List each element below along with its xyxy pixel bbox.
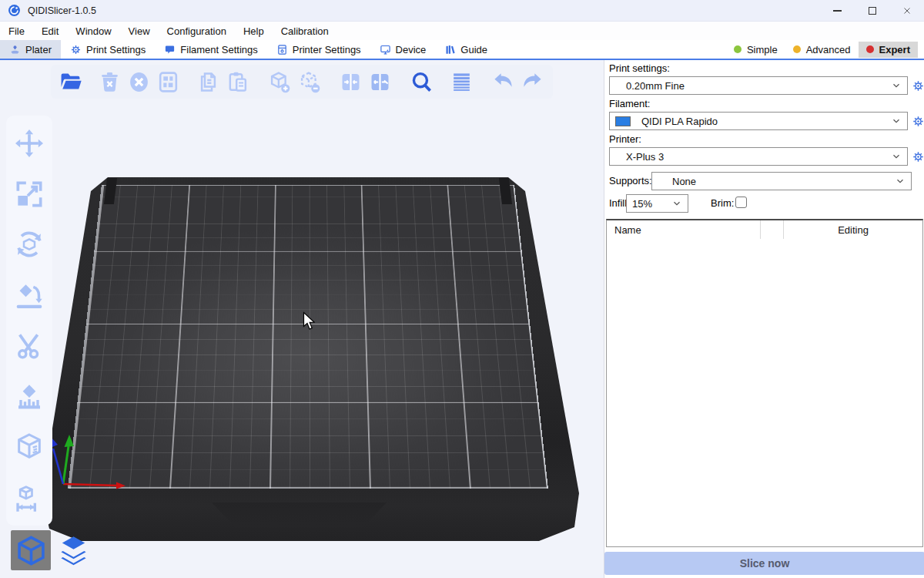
toolbar-search-button[interactable] (407, 66, 436, 97)
tab-device[interactable]: Device (370, 40, 436, 59)
slice-now-button[interactable]: Slice now (604, 552, 924, 575)
chevron-down-icon (891, 151, 902, 162)
tool-move-button[interactable] (10, 122, 49, 165)
mode-advanced[interactable]: Advanced (785, 42, 859, 58)
menu-view[interactable]: View (120, 22, 159, 40)
cut-icon (14, 331, 45, 361)
tab-label: Plater (25, 44, 52, 55)
toolbar-split-parts-button[interactable] (365, 66, 394, 97)
tool-place-on-face-button[interactable] (10, 274, 49, 317)
edit-print-settings-button[interactable] (911, 79, 924, 92)
toolbar-open-button[interactable] (56, 66, 85, 97)
chevron-down-icon (891, 116, 902, 126)
menu-window[interactable]: Window (67, 22, 119, 40)
toolbar-remove-instance-button[interactable] (294, 66, 323, 97)
menu-configuration[interactable]: Configuration (159, 22, 235, 40)
object-tools-toolbar (6, 116, 52, 526)
toolbar-arrange-button[interactable] (153, 66, 182, 97)
view-3d-button[interactable] (11, 530, 51, 570)
tab-filament-settings[interactable]: Filament Settings (155, 40, 266, 59)
window-title: QIDISlicer-1.0.5 (28, 5, 96, 16)
toolbar-add-instance-button[interactable] (265, 66, 294, 97)
rotate-icon (14, 229, 45, 260)
printer-select[interactable]: X-Plus 3 (609, 147, 908, 166)
close-icon (902, 6, 912, 15)
plater-toolbar (51, 65, 553, 99)
toolbar-copy-button[interactable] (194, 66, 223, 97)
chevron-down-icon (895, 176, 906, 187)
toolbar-split-objects-button[interactable] (336, 66, 365, 97)
infill-select[interactable]: 15% (626, 194, 688, 213)
preview-icon (57, 534, 90, 567)
tool-scale-button[interactable] (10, 173, 49, 216)
edit-printer-button[interactable] (911, 150, 924, 163)
chevron-down-icon (671, 198, 682, 209)
plater-icon (9, 44, 21, 55)
copy-icon (196, 70, 220, 94)
tab-print-settings[interactable]: Print Settings (61, 40, 155, 59)
tab-label: Printer Settings (293, 44, 361, 55)
toolbar-redo-button[interactable] (518, 66, 547, 97)
device-icon (380, 44, 391, 55)
place-on-face-icon (14, 280, 45, 311)
mode-label: Expert (879, 44, 910, 55)
3d-viewport[interactable] (0, 60, 604, 578)
edit-filament-button[interactable] (911, 114, 924, 128)
filament-select[interactable]: QIDI PLA Rapido (609, 112, 908, 130)
print-bed (68, 185, 548, 489)
tool-paint-support-button[interactable] (10, 375, 49, 418)
tab-label: Print Settings (86, 44, 146, 55)
mode-expert[interactable]: Expert (859, 42, 918, 58)
tool-seam-button[interactable] (10, 425, 49, 469)
filament-value: QIDI PLA Rapido (641, 116, 718, 127)
delete-all-icon (127, 70, 151, 94)
maximize-icon (869, 7, 876, 15)
mode-dot-icon (793, 45, 801, 53)
undo-icon (491, 70, 515, 94)
object-list-body (607, 239, 922, 546)
menu-file[interactable]: File (0, 22, 33, 40)
mode-dot-icon (734, 45, 742, 53)
menu-edit[interactable]: Edit (33, 22, 67, 40)
toolbar-delete-button[interactable] (95, 66, 124, 97)
title-bar: QIDISlicer-1.0.5 (0, 0, 924, 22)
tab-printer-settings[interactable]: Printer Settings (267, 40, 370, 59)
toolbar-paste-button[interactable] (223, 66, 253, 97)
toolbar-variable-layer-height-button[interactable] (447, 66, 477, 97)
tab-plater[interactable]: Plater (0, 40, 61, 59)
minimize-button[interactable] (820, 0, 855, 22)
mode-simple[interactable]: Simple (726, 42, 785, 58)
paint-support-icon (14, 381, 45, 412)
toolbar-delete-all-button[interactable] (124, 66, 153, 97)
tab-label: Device (396, 44, 427, 55)
open-icon (59, 70, 83, 94)
toolbar-undo-button[interactable] (489, 66, 518, 97)
close-button[interactable] (889, 0, 924, 22)
tool-measure-button[interactable] (10, 476, 49, 519)
tab-guide[interactable]: Guide (435, 40, 497, 59)
printer-icon (276, 44, 288, 55)
maximize-button[interactable] (855, 0, 889, 22)
filament-icon (164, 44, 176, 55)
object-list: NameEditing (606, 219, 923, 547)
column-spacer (760, 220, 783, 239)
view-switcher (11, 530, 93, 570)
print-settings-select[interactable]: 0.20mm Fine (609, 76, 908, 95)
supports-value: None (672, 176, 696, 187)
infill-value: 15% (632, 198, 652, 210)
menu-calibration[interactable]: Calibration (273, 22, 337, 40)
mode-dot-icon (866, 45, 874, 53)
tool-rotate-button[interactable] (10, 223, 49, 266)
axes-indicator (43, 433, 129, 498)
print-bed-grid (68, 185, 548, 489)
supports-select[interactable]: None (651, 172, 912, 190)
paste-icon (226, 70, 249, 94)
menu-help[interactable]: Help (235, 22, 273, 40)
split-objects-icon (339, 70, 363, 94)
brim-checkbox[interactable] (735, 197, 747, 208)
measure-icon (14, 482, 45, 513)
filament-label: Filament: (609, 98, 650, 109)
chevron-down-icon (891, 80, 902, 91)
preview-button[interactable] (53, 530, 93, 570)
tool-cut-button[interactable] (10, 324, 49, 368)
